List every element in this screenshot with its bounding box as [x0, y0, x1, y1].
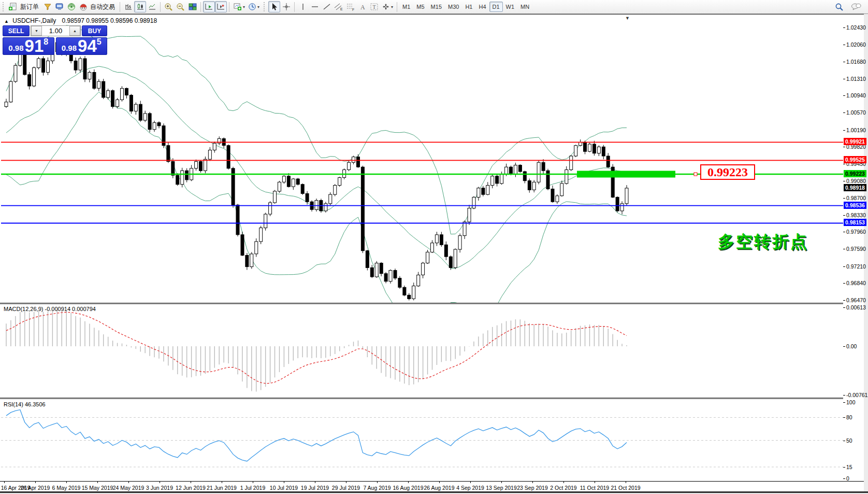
candle-body: [296, 179, 299, 185]
turning-point-note[interactable]: 多空转折点: [718, 231, 808, 253]
macd-axis-label: 0.00613: [846, 304, 866, 310]
volume-value[interactable]: 1.00: [42, 26, 69, 36]
candle-body: [171, 162, 175, 176]
candle-body: [93, 73, 96, 89]
chart-shift-button[interactable]: [215, 1, 227, 12]
trendline-icon: [323, 3, 331, 11]
fibonacci-button[interactable]: F: [344, 1, 356, 12]
auto-scroll-button[interactable]: [203, 1, 215, 12]
toolbar-separator: [160, 2, 161, 12]
new-chart-button[interactable]: ▾: [232, 1, 247, 12]
chat-button[interactable]: [849, 1, 863, 12]
metaeditor-button[interactable]: [41, 1, 53, 12]
timeframe-M5[interactable]: M5: [413, 2, 427, 12]
zoom-in-button[interactable]: [163, 1, 175, 12]
macd-axis-label: -0.007612: [846, 392, 868, 398]
search-button[interactable]: [833, 1, 845, 12]
candle-body: [287, 176, 290, 187]
date-label: 26 Aug 2019: [424, 485, 455, 491]
trendline-button[interactable]: [321, 1, 332, 12]
candle-body: [510, 167, 513, 174]
price-axis-label: 0.96470: [846, 297, 866, 303]
autotrading-button[interactable]: [77, 1, 89, 12]
zoom-out-button[interactable]: [175, 1, 186, 12]
price-level-annotation[interactable]: 0.99223: [700, 164, 755, 180]
new-order-button[interactable]: [7, 1, 19, 12]
price-axis-tick: [843, 164, 845, 164]
volume-decrease-button[interactable]: ▼: [31, 26, 42, 36]
collapse-panel-arrow[interactable]: ▲: [4, 19, 9, 24]
timeframe-M15[interactable]: M15: [428, 2, 445, 12]
candle-body: [394, 271, 397, 278]
level-anchor-handle[interactable]: [694, 173, 697, 176]
price-axis-label: 1.02430: [846, 24, 866, 31]
candle-body: [47, 61, 50, 72]
rsi-pane[interactable]: [1, 399, 843, 481]
candle-body: [301, 185, 304, 194]
level-highlight-bar[interactable]: [577, 171, 675, 178]
chart-shift-icon: [216, 3, 225, 11]
dropdown-caret: ▾: [391, 5, 393, 9]
search-icon: [835, 3, 844, 11]
rsi-axis-label: 15: [846, 464, 852, 470]
horizontal-line-button[interactable]: [309, 1, 321, 12]
price-axis-tick: [843, 27, 845, 28]
text-button[interactable]: A: [356, 1, 368, 12]
volume-increase-button[interactable]: ▲: [69, 26, 80, 36]
price-chart-pane[interactable]: [1, 16, 843, 303]
new-order-label[interactable]: 新订单: [19, 3, 41, 11]
signals-button[interactable]: [65, 1, 77, 12]
candle-body: [444, 245, 447, 257]
tile-windows-button[interactable]: [186, 1, 198, 12]
date-tick: [35, 481, 36, 483]
timeframe-D1[interactable]: D1: [489, 2, 503, 12]
macd-pane[interactable]: [1, 304, 843, 398]
bar-chart-button[interactable]: [122, 1, 134, 12]
cursor-button[interactable]: [268, 1, 280, 12]
candle-body: [181, 171, 184, 185]
timeframe-MN[interactable]: MN: [517, 2, 532, 12]
dropdown-caret: ▾: [257, 5, 259, 9]
price-axis[interactable]: 1.024301.020601.016801.013101.009401.005…: [843, 15, 864, 480]
sell-button[interactable]: SELL: [3, 25, 30, 36]
candle-body: [570, 156, 573, 170]
current-price-tag: 0.98918: [844, 184, 866, 191]
date-tick: [563, 481, 564, 483]
candle-body: [588, 144, 591, 151]
buy-quote[interactable]: 0.98 94 5: [56, 37, 108, 55]
zoom-in-icon: [164, 3, 173, 11]
equidistant-channel-button[interactable]: E: [332, 1, 344, 12]
candle-body: [250, 254, 253, 267]
candle-body: [352, 157, 355, 163]
date-axis[interactable]: 16 Apr 201926 Apr 20196 May 201915 May 2…: [0, 481, 864, 492]
candle-body: [259, 228, 263, 242]
text-label-button[interactable]: T: [368, 1, 380, 12]
macd-axis-tick: [843, 395, 845, 396]
candle-body: [361, 167, 364, 251]
autotrading-label[interactable]: 自动交易: [89, 3, 118, 11]
timeframe-H4[interactable]: H4: [475, 2, 489, 12]
candle-body: [79, 59, 82, 70]
vertical-line-button[interactable]: [297, 1, 309, 12]
buy-button[interactable]: BUY: [82, 25, 107, 36]
crosshair-button[interactable]: [280, 1, 292, 12]
timeframe-W1[interactable]: W1: [503, 2, 518, 12]
timeframe-H1[interactable]: H1: [462, 2, 475, 12]
toolbar-grip: [264, 2, 267, 11]
candle-body: [264, 214, 267, 228]
line-chart-button[interactable]: [146, 1, 158, 12]
main-toolbar: 新订单 自动交易: [0, 0, 868, 14]
period-button[interactable]: ▾: [247, 1, 261, 12]
arrows-button[interactable]: ▾: [380, 1, 395, 12]
sell-quote[interactable]: 0.98 91 8: [3, 37, 54, 55]
price-axis-label: 0.97210: [846, 263, 866, 270]
timeframe-M30[interactable]: M30: [445, 2, 462, 12]
candlestick-chart-button[interactable]: [134, 1, 146, 12]
candle-body: [139, 104, 142, 120]
timeframe-M1[interactable]: M1: [399, 2, 413, 12]
candle-body: [408, 295, 411, 299]
macd-axis-label: 0.00: [846, 343, 857, 349]
candle-body: [523, 172, 526, 181]
candle-body: [597, 147, 600, 153]
terminal-button[interactable]: [53, 1, 65, 12]
